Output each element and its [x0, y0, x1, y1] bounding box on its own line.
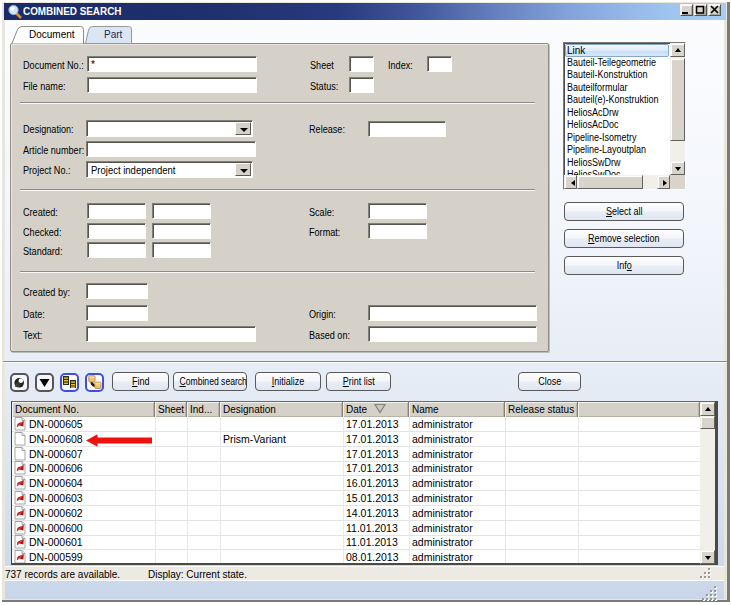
svg-text:Document: Document — [29, 29, 75, 40]
svg-text:Part: Part — [104, 29, 123, 40]
